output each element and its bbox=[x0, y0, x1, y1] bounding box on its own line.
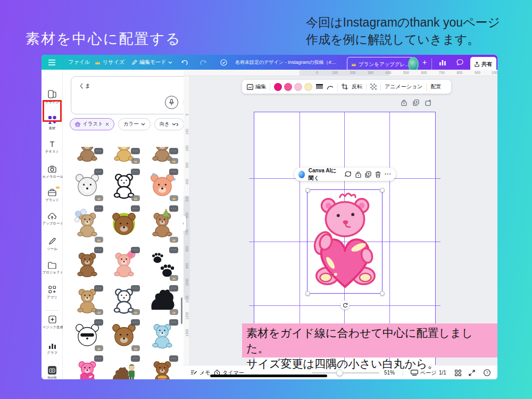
sticker-options-button[interactable]: ··· bbox=[131, 169, 140, 175]
color-swatch-1[interactable] bbox=[274, 83, 282, 91]
sticker-bear-and-man[interactable]: ··· bbox=[106, 354, 141, 379]
sticker-bear-peeking[interactable]: ··· bbox=[70, 147, 104, 165]
sticker-bear-green-circle[interactable]: ··· bbox=[106, 204, 141, 244]
selection-box[interactable] bbox=[307, 190, 382, 293]
stroke-weight-icon[interactable] bbox=[316, 84, 323, 90]
curve-icon[interactable] bbox=[327, 84, 334, 90]
notes-button[interactable]: メモ bbox=[190, 365, 210, 379]
menu-edit-mode[interactable]: 編集モード bbox=[132, 55, 172, 70]
position-button[interactable]: 配置 bbox=[430, 83, 441, 90]
menu-resize[interactable]: リサイズ bbox=[95, 55, 124, 70]
sidebar-item-tools[interactable]: ツール bbox=[41, 238, 63, 252]
more-options-icon[interactable]: ··· bbox=[385, 171, 392, 177]
sticker-options-button[interactable]: ··· bbox=[131, 247, 140, 253]
sidebar-item-text[interactable]: Tテキスト bbox=[41, 140, 63, 154]
resize-handle-top-left[interactable] bbox=[305, 188, 310, 193]
sidebar-item-charts[interactable]: グラフ bbox=[41, 342, 63, 355]
sticker-bear-standing[interactable]: ··· bbox=[70, 246, 104, 282]
color-swatch-4[interactable] bbox=[304, 83, 312, 91]
color-swatch-3[interactable] bbox=[294, 83, 302, 91]
sticker-options-button[interactable]: ··· bbox=[169, 355, 178, 362]
filter-chip-カラー[interactable]: カラー bbox=[118, 118, 151, 130]
color-swatch-2[interactable] bbox=[284, 83, 292, 91]
filter-chip-イラスト[interactable]: イラスト bbox=[70, 118, 114, 130]
sticker-bear-balloons[interactable]: ··· bbox=[70, 204, 104, 244]
sticker-options-button[interactable]: ··· bbox=[131, 355, 140, 362]
delete-icon[interactable] bbox=[375, 171, 381, 178]
add-page-icon[interactable] bbox=[425, 99, 431, 106]
panel-scrollbar[interactable] bbox=[181, 297, 182, 324]
sticker-paw-prints[interactable]: ··· bbox=[145, 246, 179, 282]
sticker-bear-flowers[interactable]: ··· bbox=[145, 168, 179, 202]
sticker-options-button[interactable]: ··· bbox=[169, 148, 178, 154]
resize-handle-top-right[interactable] bbox=[380, 188, 385, 193]
crop-icon[interactable] bbox=[342, 84, 348, 90]
comment-icon[interactable] bbox=[345, 171, 352, 178]
mic-button[interactable] bbox=[165, 96, 178, 109]
sticker-options-button[interactable]: ··· bbox=[169, 285, 178, 292]
sidebar-item-magic[interactable]: マジック生成 bbox=[41, 315, 63, 330]
sidebar-item-camera[interactable]: カメラロール bbox=[41, 165, 63, 179]
duplicate-page-icon[interactable] bbox=[413, 99, 419, 106]
lock-page-icon[interactable] bbox=[401, 99, 407, 106]
sticker-options-button[interactable]: ··· bbox=[131, 319, 140, 326]
animation-button[interactable]: アニメーション bbox=[385, 83, 422, 90]
timer-button[interactable]: タイマー bbox=[214, 365, 244, 379]
flip-button[interactable]: 反転 bbox=[352, 83, 362, 90]
sticker-bear-party-hat[interactable]: ··· bbox=[145, 204, 179, 244]
selected-teddy-bear-image[interactable] bbox=[309, 191, 381, 293]
sidebar-item-projects[interactable]: プロジェクト bbox=[41, 262, 63, 275]
sticker-options-button[interactable]: ··· bbox=[94, 247, 103, 253]
sticker-teddy-fluffy[interactable]: ··· bbox=[70, 284, 104, 316]
panel-collapse-handle[interactable]: ‹ bbox=[180, 215, 186, 231]
sticker-options-button[interactable]: ··· bbox=[94, 319, 103, 326]
rotate-handle[interactable] bbox=[340, 301, 350, 310]
sticker-bear-scribble[interactable]: ··· bbox=[106, 318, 141, 352]
redo-button[interactable] bbox=[200, 55, 206, 70]
sticker-bear-silhouette[interactable]: ··· bbox=[145, 284, 179, 316]
sidebar-item-upload[interactable]: アップロード bbox=[41, 213, 63, 226]
sticker-teddy-plaid[interactable]: ··· bbox=[145, 318, 179, 352]
sticker-bear-heart[interactable]: ··· bbox=[70, 354, 104, 379]
lock-icon[interactable] bbox=[355, 171, 361, 178]
sticker-options-button[interactable]: ··· bbox=[169, 319, 178, 326]
duplicate-icon[interactable] bbox=[365, 171, 371, 178]
sidebar-item-ikonik[interactable]: Ikonik bbox=[41, 366, 63, 379]
document-title[interactable]: 名称未設定のデザイン - Instagramの投稿（4:... bbox=[235, 55, 336, 70]
resize-handle-bottom-left[interactable] bbox=[305, 291, 310, 296]
sticker-options-button[interactable]: ··· bbox=[94, 285, 103, 292]
sticker-bear-white-round[interactable]: ··· bbox=[106, 284, 141, 316]
menu-icon[interactable] bbox=[48, 55, 55, 70]
resize-handle-bottom-right[interactable] bbox=[380, 291, 385, 296]
sticker-options-button[interactable]: ··· bbox=[94, 355, 103, 362]
sidebar-item-apps[interactable]: アプリ bbox=[41, 286, 63, 300]
sticker-bear-sunglasses[interactable]: ··· bbox=[70, 318, 104, 352]
sticker-bear-lying[interactable]: ··· bbox=[145, 147, 179, 165]
sticker-options-button[interactable]: ··· bbox=[131, 148, 140, 154]
canva-ai-button[interactable]: Canva AIに聞く bbox=[309, 167, 341, 182]
transparency-icon[interactable] bbox=[370, 84, 377, 90]
search-box[interactable]: くま bbox=[71, 76, 184, 114]
comments-icon[interactable] bbox=[456, 55, 463, 70]
insights-icon[interactable] bbox=[439, 55, 446, 70]
sticker-options-button[interactable]: ··· bbox=[169, 169, 178, 175]
sticker-options-button[interactable]: ··· bbox=[131, 205, 140, 212]
sticker-options-button[interactable]: ··· bbox=[94, 148, 103, 154]
zoom-slider[interactable] bbox=[312, 372, 379, 373]
sticker-bear-honey-pot[interactable]: HONEY··· bbox=[145, 354, 179, 379]
sticker-options-button[interactable]: ··· bbox=[131, 285, 140, 292]
sticker-bear-head-sketch[interactable]: ··· bbox=[70, 168, 104, 202]
search-input[interactable]: くま bbox=[79, 82, 91, 90]
filter-chip-向き[interactable]: 向き bbox=[154, 118, 184, 130]
sticker-teddy-outline[interactable]: ··· bbox=[106, 168, 141, 202]
sidebar-item-brand[interactable]: ブランド bbox=[41, 189, 63, 203]
sticker-options-button[interactable]: ··· bbox=[169, 205, 178, 212]
sticker-options-button[interactable]: ··· bbox=[94, 205, 103, 212]
sticker-bear-honey-bees[interactable]: ··· bbox=[106, 147, 141, 165]
sticker-bear-pink-balloon[interactable]: ··· bbox=[106, 246, 141, 282]
undo-button[interactable] bbox=[181, 55, 188, 70]
add-member-icon[interactable]: + bbox=[422, 55, 427, 70]
edit-image-button[interactable]: 編集 bbox=[247, 83, 266, 90]
sticker-options-button[interactable]: ··· bbox=[94, 169, 103, 175]
menu-file[interactable]: ファイル bbox=[68, 55, 90, 70]
